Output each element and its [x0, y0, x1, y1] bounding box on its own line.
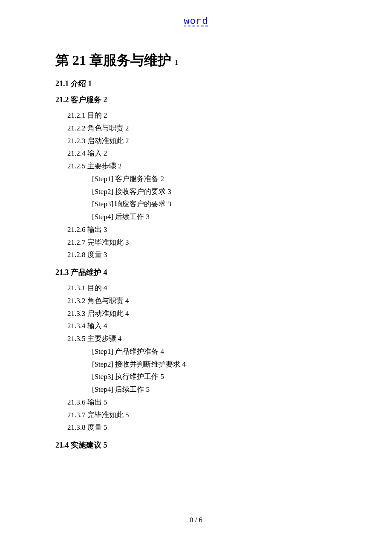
header-link[interactable]: word — [0, 16, 392, 27]
toc-entry: 21.3.1 目的 4 — [67, 282, 337, 295]
section-title-21-1: 21.1 介绍 1 — [55, 78, 337, 89]
toc-step: [Step4] 后续工作 3 — [92, 211, 337, 223]
chapter-page-ref: 1 — [175, 59, 178, 66]
section-title-21-2: 21.2 客户服务 2 — [55, 95, 337, 105]
toc-entry: 21.2.3 启动准如此 2 — [67, 135, 337, 147]
toc-entry: 21.2.6 输出 3 — [67, 223, 337, 236]
section-title-21-4: 21.4 实施建议 5 — [55, 440, 337, 450]
chapter-title-text: 第 21 章服务与维护 — [55, 52, 171, 68]
toc-step: [Step2] 接收客户的要求 3 — [92, 185, 337, 198]
toc-entry: 21.2.7 完毕准如此 3 — [67, 236, 337, 249]
toc-entry: 21.3.5 主要步骤 4 — [67, 332, 337, 345]
section-title-21-3: 21.3 产品维护 4 — [55, 267, 337, 278]
toc-entry: 21.3.8 度量 5 — [67, 421, 337, 434]
toc-entry: 21.2.2 角色与职责 2 — [67, 122, 337, 135]
toc-entry: 21.3.7 完毕准如此 5 — [67, 409, 337, 422]
toc-entry: 21.3.3 启动准如此 4 — [67, 307, 337, 320]
page-number: 0 / 6 — [0, 516, 392, 524]
toc-entry: 21.2.1 目的 2 — [67, 109, 337, 122]
toc-entry: 21.3.6 输出 5 — [67, 396, 337, 409]
chapter-title: 第 21 章服务与维护 1 — [55, 51, 337, 70]
document-content: 第 21 章服务与维护 1 21.1 介绍 1 21.2 客户服务 2 21.2… — [55, 51, 337, 454]
toc-step: [Step2] 接收并判断维护要求 4 — [92, 358, 337, 371]
toc-entry: 21.3.2 角色与职责 4 — [67, 295, 337, 307]
toc-entry: 21.2.4 输入 2 — [67, 147, 337, 160]
toc-step: [Step1] 产品维护准备 4 — [92, 345, 337, 358]
toc-step: [Step1] 客户服务准备 2 — [92, 173, 337, 185]
toc-step: [Step4] 后续工作 5 — [92, 383, 337, 396]
toc-entry: 21.2.8 度量 3 — [67, 249, 337, 261]
toc-entry: 21.3.4 输入 4 — [67, 320, 337, 332]
toc-step: [Step3] 响应客户的要求 3 — [92, 198, 337, 211]
toc-step: [Step3] 执行维护工作 5 — [92, 370, 337, 383]
toc-entry: 21.2.5 主要步骤 2 — [67, 160, 337, 173]
